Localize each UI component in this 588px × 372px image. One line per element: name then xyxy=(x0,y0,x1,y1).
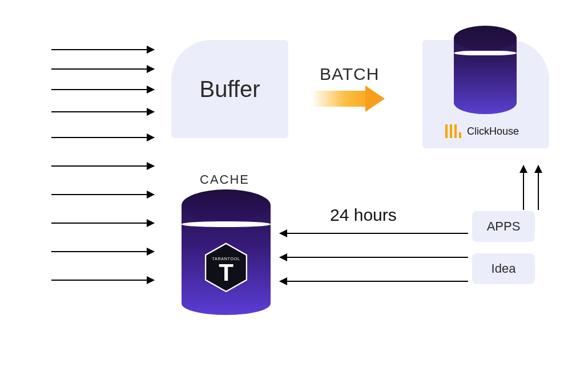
cache-label: CACHE xyxy=(200,172,249,187)
input-arrow xyxy=(51,49,154,50)
idea-label: Idea xyxy=(492,261,516,276)
batch-label: BATCH xyxy=(320,64,379,84)
batch-arrow-icon xyxy=(313,87,386,111)
input-arrow xyxy=(51,194,154,195)
input-arrow xyxy=(51,280,154,281)
apps-label: APPS xyxy=(487,219,521,234)
input-arrow xyxy=(51,89,154,90)
input-arrow xyxy=(51,165,154,167)
cache-feed-arrow xyxy=(280,257,468,258)
input-arrow xyxy=(51,137,154,138)
apps-pill: APPS xyxy=(472,211,535,242)
input-arrow xyxy=(51,68,154,70)
tarantool-letter: T xyxy=(219,259,233,286)
cache-feed-arrow xyxy=(280,233,468,234)
input-arrow xyxy=(51,111,154,112)
to-clickhouse-arrow xyxy=(523,165,524,210)
clickhouse-db-icon xyxy=(454,26,517,114)
buffer-box: Buffer xyxy=(171,40,288,138)
duration-label: 24 hours xyxy=(330,205,397,225)
input-arrow xyxy=(51,223,154,224)
cache-feed-arrow xyxy=(280,281,468,282)
clickhouse-logo: ClickHouse xyxy=(445,124,519,138)
tarantool-badge-icon: TARANTOOL T xyxy=(204,242,248,292)
to-clickhouse-arrow xyxy=(538,165,539,210)
clickhouse-bars-icon xyxy=(445,124,461,138)
input-arrow xyxy=(51,251,154,252)
clickhouse-name: ClickHouse xyxy=(467,126,519,138)
cache-db-icon: TARANTOOL T xyxy=(182,189,271,315)
idea-pill: Idea xyxy=(472,253,535,284)
buffer-label: Buffer xyxy=(200,76,260,102)
diagram-stage: Buffer BATCH ClickHouse CACHE TARANTOOL … xyxy=(0,0,588,372)
